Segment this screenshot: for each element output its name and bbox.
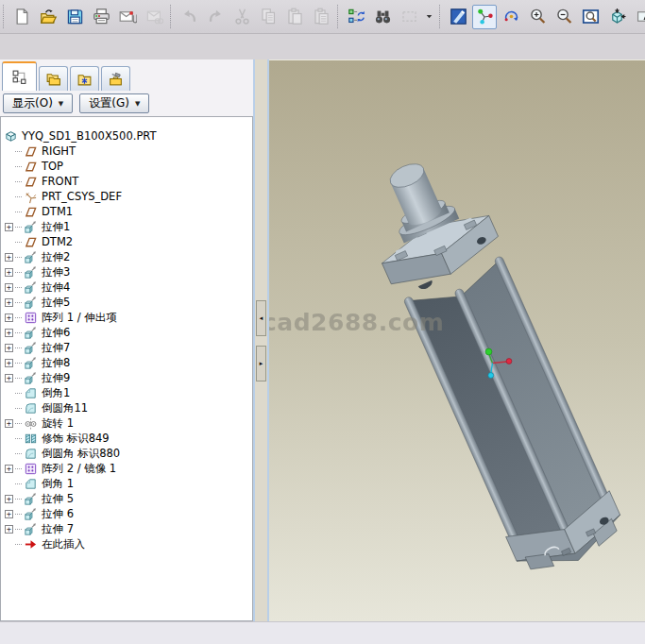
tree-node[interactable]: +拉伸 6 [1, 506, 252, 521]
send-icon [119, 8, 137, 25]
save-button[interactable] [62, 5, 87, 29]
extrude-icon [24, 371, 38, 385]
tree-node[interactable]: +拉伸7 [1, 340, 252, 355]
tree-node[interactable]: FRONT [1, 174, 252, 189]
tree-settings-button[interactable]: 设置(G) ▼ [79, 93, 149, 113]
expand-toggle[interactable]: + [5, 329, 13, 337]
tree-node[interactable]: RIGHT [1, 144, 252, 159]
tree-node[interactable]: +拉伸6 [1, 325, 252, 340]
expand-toggle[interactable]: + [5, 525, 13, 534]
zoom-in-button[interactable] [525, 5, 550, 29]
expand-toggle[interactable]: + [5, 510, 13, 518]
expand-toggle[interactable]: + [5, 298, 13, 307]
tree-node[interactable]: +拉伸 5 [1, 491, 252, 506]
tree-node[interactable]: 倒圆角11 [1, 400, 252, 415]
toolbar-grip [3, 5, 4, 28]
send-email-button[interactable] [115, 5, 140, 29]
expand-toggle[interactable]: + [5, 374, 13, 382]
datum-display-button[interactable] [631, 5, 645, 29]
tree-label: RIGHT [42, 144, 76, 158]
tree-node[interactable]: TOP [1, 159, 252, 174]
sash-collapse-button[interactable]: ◄ [256, 300, 266, 336]
open-file-button[interactable] [36, 5, 60, 29]
tree-node[interactable]: PRT_CSYS_DEF [1, 189, 252, 204]
tree-connector [15, 514, 22, 515]
tree-node[interactable]: +拉伸 7 [1, 521, 252, 536]
new-file-button[interactable] [9, 5, 34, 29]
tab-favorites[interactable] [70, 66, 99, 91]
sash-expand-button[interactable]: ► [256, 346, 266, 381]
tree-node[interactable]: 倒角 1 [1, 476, 252, 491]
tree-label: 拉伸3 [42, 265, 70, 280]
expand-toggle[interactable]: + [5, 495, 13, 503]
find-button[interactable] [370, 5, 395, 29]
tree-node[interactable]: +拉伸8 [1, 355, 252, 370]
tree-connector [15, 453, 22, 454]
expand-toggle[interactable]: + [5, 283, 13, 292]
save-icon [66, 8, 84, 25]
zoom-out-button[interactable] [552, 5, 576, 29]
tree-node[interactable]: 倒角1 [1, 385, 252, 400]
tree-node[interactable]: 倒圆角 标识880 [1, 446, 252, 461]
expand-toggle[interactable]: + [5, 223, 13, 231]
selbox-icon [400, 8, 418, 25]
tree-node[interactable]: YYQ_SD1_B100X500.PRT [1, 128, 252, 144]
cut-icon [233, 8, 251, 25]
model-tree: YYQ_SD1_B100X500.PRTRIGHTTOPFRONTPRT_CSY… [0, 116, 253, 621]
expand-toggle[interactable]: + [5, 344, 13, 352]
tree-node[interactable]: +拉伸4 [1, 280, 252, 295]
tree-node[interactable]: +拉伸1 [1, 219, 252, 234]
tab-folder-browser[interactable] [39, 66, 68, 91]
tree-connector [15, 257, 22, 258]
panel-splitter[interactable]: ◄ ► [253, 59, 269, 621]
paste-special-button [309, 5, 333, 29]
tree-node[interactable]: +阵列 2 / 镜像 1 [1, 461, 252, 476]
tree-node[interactable]: 在此插入 [1, 536, 252, 551]
csys-icon [24, 190, 38, 204]
cut-button [229, 5, 254, 29]
orient-mode-button[interactable] [499, 5, 523, 29]
tree-label: TOP [42, 160, 63, 173]
extrude-icon [24, 507, 38, 521]
datum-icon [24, 235, 38, 249]
tree-label: 拉伸2 [42, 250, 70, 264]
t-toolbox-icon [108, 71, 124, 87]
zoom-refit-button[interactable] [578, 5, 603, 29]
expand-toggle[interactable]: + [5, 314, 13, 322]
tree-label: 修饰 标识849 [42, 432, 110, 446]
tree-label: 拉伸 6 [42, 507, 74, 521]
navigator-tabs [0, 59, 253, 91]
send-link-button [142, 5, 166, 29]
expand-toggle[interactable]: + [5, 465, 13, 473]
spin-center-button[interactable] [472, 5, 497, 29]
saved-views-button[interactable] [604, 5, 629, 29]
tree-show-button[interactable]: 显示(O) ▼ [3, 93, 73, 113]
maillink-icon [145, 8, 163, 25]
3d-viewport[interactable]: cad2688.com [269, 59, 645, 621]
tree-settings-label: 设置(G) [89, 95, 129, 111]
tree-node[interactable]: +拉伸5 [1, 295, 252, 310]
tree-node[interactable]: +拉伸9 [1, 370, 252, 385]
print-button[interactable] [89, 5, 113, 29]
tree-label: 倒角1 [42, 386, 70, 400]
expand-toggle[interactable]: + [5, 253, 13, 262]
tree-node[interactable]: +拉伸3 [1, 264, 252, 280]
tree-node[interactable]: DTM2 [1, 234, 252, 249]
expand-toggle[interactable]: + [5, 419, 13, 428]
tree-node[interactable]: +旋转 1 [1, 415, 252, 431]
tab-model-tree[interactable] [2, 61, 37, 91]
tree-node[interactable]: +拉伸2 [1, 249, 252, 264]
expand-toggle[interactable]: + [5, 268, 13, 277]
regenerate-button[interactable] [344, 5, 368, 29]
main-area: 显示(O) ▼ 设置(G) ▼ YYQ_SD1_B100X500.PRTRIGH… [0, 59, 645, 621]
tree-node[interactable]: 修饰 标识849 [1, 431, 252, 446]
expand-toggle[interactable]: + [5, 359, 13, 367]
tree-connector [15, 408, 22, 409]
tree-node[interactable]: DTM1 [1, 204, 252, 219]
repaint-button[interactable] [446, 5, 470, 29]
tab-connections[interactable] [101, 66, 130, 91]
round-icon [24, 447, 38, 461]
select-options-button[interactable] [423, 5, 435, 29]
tree-node[interactable]: +阵列 1 / 伸出项 [1, 310, 252, 325]
3d-scene[interactable] [269, 60, 645, 621]
